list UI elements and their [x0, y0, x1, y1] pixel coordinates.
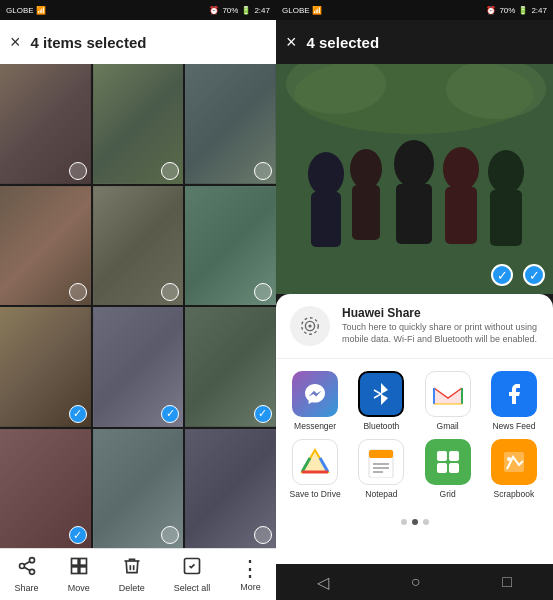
- main-photo-area: ✓ ✓: [276, 64, 553, 294]
- left-close-button[interactable]: ×: [10, 32, 21, 53]
- right-status-right: ⏰ 70% 🔋 2:47: [486, 6, 547, 15]
- right-status-indicators: ⏰ 70% 🔋 2:47: [209, 6, 270, 15]
- svg-rect-8: [79, 567, 86, 574]
- app-grid[interactable]: Grid: [419, 439, 477, 499]
- photo-cell-4[interactable]: [0, 186, 91, 306]
- svg-rect-17: [352, 185, 380, 240]
- svg-rect-35: [437, 451, 447, 461]
- app-drive[interactable]: Save to Drive: [286, 439, 344, 499]
- gmail-icon: [425, 371, 471, 417]
- right-carrier-text: GLOBE: [282, 6, 310, 15]
- bluetooth-label: Bluetooth: [363, 421, 399, 431]
- share-button[interactable]: Share: [15, 556, 39, 593]
- scrapbook-icon: [491, 439, 537, 485]
- photo-cell-6[interactable]: [185, 186, 276, 306]
- svg-rect-21: [445, 187, 477, 244]
- drive-icon: [292, 439, 338, 485]
- select-all-button[interactable]: Select all: [174, 556, 211, 593]
- move-icon: [69, 556, 89, 581]
- svg-point-26: [309, 325, 311, 327]
- carrier-text: GLOBE: [6, 6, 34, 15]
- right-status-bar: GLOBE 📶 ⏰ 70% 🔋 2:47: [276, 0, 553, 20]
- check-empty-1: [69, 162, 87, 180]
- delete-button[interactable]: Delete: [119, 556, 145, 593]
- notepad-label: Notepad: [365, 489, 397, 499]
- photo-cell-11[interactable]: [93, 429, 184, 549]
- notepad-icon: [358, 439, 404, 485]
- right-battery: 70%: [499, 6, 515, 15]
- messenger-label: Messenger: [294, 421, 336, 431]
- right-signal-icon: 📶: [312, 6, 322, 15]
- left-title: 4 items selected: [31, 34, 147, 51]
- photo-cell-9[interactable]: ✓: [185, 307, 276, 427]
- photo-cell-1[interactable]: [0, 64, 91, 184]
- check-empty-12: [254, 526, 272, 544]
- svg-rect-6: [79, 559, 86, 566]
- check-empty-2: [161, 162, 179, 180]
- left-carrier: GLOBE 📶: [6, 6, 46, 15]
- newsfeed-label: News Feed: [492, 421, 535, 431]
- right-battery-icon: 🔋: [518, 6, 528, 15]
- more-button[interactable]: ⋮ More: [239, 558, 261, 592]
- messenger-icon: [292, 371, 338, 417]
- check-empty-4: [69, 283, 87, 301]
- svg-point-1: [19, 564, 24, 569]
- check-checked-7: ✓: [69, 405, 87, 423]
- svg-rect-31: [369, 450, 393, 458]
- main-check-overlay-2: ✓: [491, 264, 513, 286]
- check-empty-3: [254, 162, 272, 180]
- svg-point-18: [394, 140, 434, 188]
- svg-rect-15: [311, 192, 341, 247]
- huawei-share-text: Huawei Share Touch here to quickly share…: [342, 306, 539, 345]
- right-title: 4 selected: [307, 34, 380, 51]
- photo-cell-2[interactable]: [93, 64, 184, 184]
- photo-cell-12[interactable]: [185, 429, 276, 549]
- photo-cell-10[interactable]: ✓: [0, 429, 91, 549]
- svg-point-40: [507, 457, 511, 461]
- battery-text: 70%: [222, 6, 238, 15]
- dot-1: [401, 519, 407, 525]
- huawei-share-row[interactable]: Huawei Share Touch here to quickly share…: [276, 294, 553, 359]
- svg-rect-5: [71, 559, 78, 566]
- check-empty-6: [254, 283, 272, 301]
- svg-rect-19: [396, 184, 432, 244]
- photo-cell-7[interactable]: ✓: [0, 307, 91, 427]
- newsfeed-icon: [491, 371, 537, 417]
- signal-icon: 📶: [36, 6, 46, 15]
- navigation-bar: ◁ ○ □: [276, 564, 553, 600]
- right-time: 2:47: [531, 6, 547, 15]
- gmail-label: Gmail: [437, 421, 459, 431]
- delete-icon: [122, 556, 142, 581]
- left-top-bar: × 4 items selected: [0, 20, 276, 64]
- photo-cell-3[interactable]: [185, 64, 276, 184]
- svg-point-20: [443, 147, 479, 191]
- check-checked-9: ✓: [254, 405, 272, 423]
- svg-point-22: [488, 150, 524, 194]
- back-button[interactable]: ◁: [317, 573, 329, 592]
- select-all-icon: [182, 556, 202, 581]
- photo-cell-8[interactable]: ✓: [93, 307, 184, 427]
- app-gmail[interactable]: Gmail: [419, 371, 477, 431]
- grid-icon: [425, 439, 471, 485]
- svg-point-16: [350, 149, 382, 189]
- huawei-share-desc: Touch here to quickly share or print wit…: [342, 322, 539, 345]
- huawei-share-title: Huawei Share: [342, 306, 539, 320]
- app-scrapbook[interactable]: Scrapbook: [485, 439, 543, 499]
- app-newsfeed[interactable]: News Feed: [485, 371, 543, 431]
- more-label: More: [240, 582, 261, 592]
- right-close-button[interactable]: ×: [286, 32, 297, 53]
- app-messenger[interactable]: Messenger: [286, 371, 344, 431]
- dot-2-active: [412, 519, 418, 525]
- photo-cell-5[interactable]: [93, 186, 184, 306]
- bluetooth-icon: [358, 371, 404, 417]
- page-dots: [276, 511, 553, 529]
- recent-button[interactable]: □: [502, 573, 512, 591]
- app-notepad[interactable]: Notepad: [352, 439, 410, 499]
- svg-line-4: [24, 561, 30, 564]
- move-button[interactable]: Move: [68, 556, 90, 593]
- svg-point-2: [29, 569, 34, 574]
- home-button[interactable]: ○: [411, 573, 421, 591]
- app-bluetooth[interactable]: Bluetooth: [352, 371, 410, 431]
- svg-point-0: [29, 558, 34, 563]
- apps-grid: Messenger Bluetooth: [276, 359, 553, 511]
